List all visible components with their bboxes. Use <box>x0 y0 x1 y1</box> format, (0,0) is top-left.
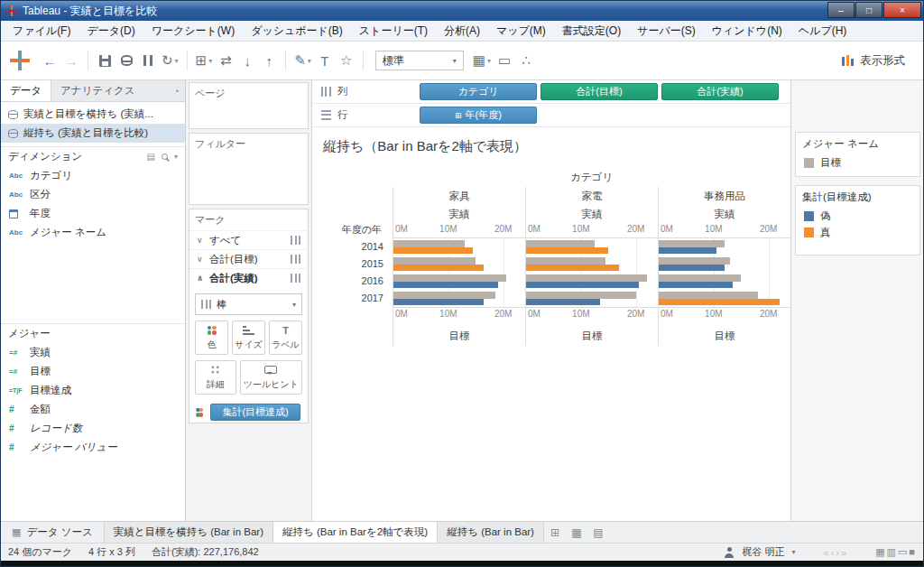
save-icon[interactable] <box>94 50 116 71</box>
bar-actual[interactable] <box>659 265 725 271</box>
bar-actual[interactable] <box>393 282 498 288</box>
datasource-tab[interactable]: ▦ データ ソース <box>1 522 105 543</box>
measure-field[interactable]: #レコード数 <box>1 419 185 438</box>
bar-target[interactable] <box>526 274 647 282</box>
tooltip-button[interactable]: ツールヒント <box>240 360 302 395</box>
show-tabs-icon[interactable]: ▦ <box>874 546 885 557</box>
first-sheet-icon[interactable]: « <box>823 547 830 558</box>
bar-target[interactable] <box>393 292 495 299</box>
sheet-tab[interactable]: 実績と目標を横持ち (Bar in Bar) <box>105 522 273 543</box>
sheet-tab[interactable]: 縦持ち (Bar in Barを2軸で表現) <box>273 522 438 543</box>
measure-field[interactable]: =#実績 <box>1 343 185 362</box>
forward-icon[interactable]: → <box>60 50 82 71</box>
shelf-pill[interactable]: カテゴリ <box>420 83 537 100</box>
data-source-item[interactable]: 縦持ち (実績と目標を比較) <box>1 124 185 143</box>
menu-item[interactable]: 分析(A) <box>436 21 488 41</box>
menu-item[interactable]: ストーリー(T) <box>351 21 436 41</box>
swap-axes-icon[interactable]: ⇄ <box>215 50 236 71</box>
close-button[interactable]: × <box>883 2 921 18</box>
bar-target[interactable] <box>659 240 725 247</box>
bar-target[interactable] <box>393 257 476 265</box>
marks-layer[interactable]: ∨すべて <box>189 230 308 249</box>
data-source-item[interactable]: 実績と目標を横持ち (実績... <box>1 105 185 124</box>
fit-icon[interactable]: ▦▾ <box>470 50 494 71</box>
show-sheet-icon[interactable]: ▭ <box>897 546 908 557</box>
marks-layer[interactable]: ∨合計(目標) <box>189 249 308 268</box>
bar-target[interactable] <box>526 257 605 265</box>
menu-item[interactable]: データ(D) <box>79 21 143 41</box>
menu-item[interactable]: ワークシート(W) <box>143 21 243 41</box>
expand-icon[interactable]: ⊞ <box>455 111 462 120</box>
bar-actual[interactable] <box>526 299 600 305</box>
filters-card[interactable]: フィルター <box>189 133 309 205</box>
bar-actual[interactable] <box>659 282 733 288</box>
bar-target[interactable] <box>659 274 741 282</box>
bar-actual[interactable] <box>393 247 473 254</box>
shelf-pill[interactable]: 合計(実績) <box>661 83 779 100</box>
new-story-tab-icon[interactable]: ▤ <box>587 522 609 543</box>
minimize-button[interactable]: – <box>827 2 855 18</box>
sort-ascending-icon[interactable]: ↓ <box>236 50 258 71</box>
menu-item[interactable]: サーバー(S) <box>629 21 704 41</box>
show-filmstrip-icon[interactable]: ▥ <box>886 546 897 557</box>
bar-target[interactable] <box>659 292 758 299</box>
bar-actual[interactable] <box>659 299 780 305</box>
chevron-down-icon[interactable]: ▾ <box>792 548 796 556</box>
detail-button[interactable]: 詳細 <box>195 360 236 395</box>
bar-actual[interactable] <box>659 247 716 254</box>
fit-mode-select[interactable]: 標準 ▾ <box>375 51 464 70</box>
text-label-icon[interactable]: T <box>314 50 336 71</box>
bar-target[interactable] <box>659 257 730 265</box>
show-me-button[interactable]: 表示形式 <box>842 53 916 69</box>
new-datasource-icon[interactable] <box>116 50 137 71</box>
dimension-field[interactable]: Abcカテゴリ <box>1 166 185 185</box>
measure-field[interactable]: #金額 <box>1 400 185 419</box>
menu-item[interactable]: ヘルプ(H) <box>790 21 855 41</box>
view-options-icon[interactable]: ▤ <box>147 152 155 162</box>
legend-item[interactable]: 真 <box>796 224 919 240</box>
mark-type-select[interactable]: 棒 ▾ <box>195 293 302 315</box>
legend-item[interactable]: 偽 <box>796 208 919 224</box>
data-pane-tab[interactable]: データ <box>1 80 51 101</box>
last-sheet-icon[interactable]: » <box>840 547 847 558</box>
chevron-down-icon[interactable]: ▾ <box>174 153 178 161</box>
dimension-field[interactable]: Abcメジャー ネーム <box>1 223 185 242</box>
dimension-field[interactable]: 年度 <box>1 204 185 223</box>
color-shelf-pill[interactable]: 集計(目標達成) <box>210 404 300 421</box>
highlight-icon[interactable]: ✎▾ <box>291 50 314 71</box>
shelf-pill[interactable]: 合計(目標) <box>541 83 658 100</box>
star-icon[interactable]: ☆ <box>336 50 357 71</box>
share-icon[interactable]: ∴ <box>515 50 537 71</box>
rows-shelf[interactable]: 行 ⊞年(年度) <box>312 104 790 127</box>
new-worksheet-tab-icon[interactable]: ⊞ <box>544 522 566 543</box>
presentation-mode-icon[interactable]: ■ <box>908 546 916 557</box>
measure-field[interactable]: =#目標 <box>1 362 185 381</box>
menu-item[interactable]: ウィンドウ(N) <box>704 21 790 41</box>
menu-item[interactable]: 書式設定(O) <box>554 21 629 41</box>
marks-layer[interactable]: ∧合計(実績) <box>189 268 308 287</box>
columns-shelf[interactable]: 列 カテゴリ合計(目標)合計(実績) <box>312 80 790 104</box>
legend-card[interactable]: 集計(目標達成)偽真 <box>795 185 920 256</box>
tableau-logo-icon[interactable] <box>10 51 30 70</box>
presentation-icon[interactable]: ▭ <box>494 50 515 71</box>
shelf-pill[interactable]: ⊞年(年度) <box>420 107 537 124</box>
pause-updates-icon[interactable] <box>137 50 159 71</box>
refresh-icon[interactable]: ↻▾ <box>159 50 181 71</box>
menu-item[interactable]: ファイル(F) <box>5 21 79 41</box>
measure-field[interactable]: #メジャー バリュー <box>1 438 185 457</box>
search-icon[interactable] <box>162 153 168 160</box>
menu-item[interactable]: マップ(M) <box>488 21 554 41</box>
maximize-button[interactable]: □ <box>855 2 882 18</box>
bar-target[interactable] <box>526 240 595 247</box>
measure-field[interactable]: =T|F目標達成 <box>1 381 185 400</box>
pane-options-icon[interactable]: ▪ <box>170 80 185 101</box>
size-button[interactable]: サイズ <box>232 321 265 355</box>
legend-card[interactable]: メジャー ネーム目標 <box>795 132 920 177</box>
bar-actual[interactable] <box>526 265 619 271</box>
color-button[interactable]: 色 <box>195 321 228 355</box>
bar-target[interactable] <box>526 292 636 299</box>
pages-card[interactable]: ページ <box>189 82 309 129</box>
dimension-field[interactable]: Abc区分 <box>1 185 185 204</box>
sheet-tab[interactable]: 縦持ち (Bar in Bar) <box>438 522 544 543</box>
data-pane-tab[interactable]: アナリティクス <box>51 80 143 101</box>
